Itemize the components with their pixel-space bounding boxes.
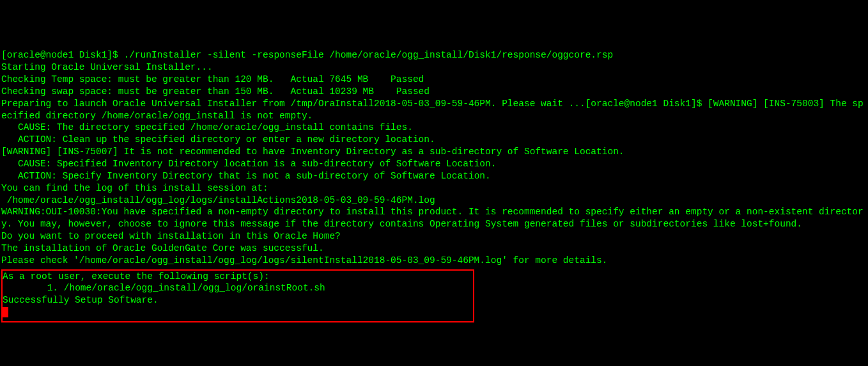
terminal-cursor [3,307,8,317]
output-line: ACTION: Clean up the specified directory… [1,134,867,146]
shell-prompt: [oracle@node1 Disk1]$ [1,50,123,60]
highlighted-section: As a root user, execute the following sc… [1,269,474,322]
command-line: [oracle@node1 Disk1]$ ./runInstaller -si… [1,49,867,61]
output-line: [WARNING] [INS-75007] It is not recommen… [1,146,867,158]
output-line: Checking swap space: must be greater tha… [1,86,867,98]
output-line: Checking Temp space: must be greater tha… [1,74,867,86]
terminal-output[interactable]: [oracle@node1 Disk1]$ ./runInstaller -si… [1,49,867,322]
output-line: Starting Oracle Universal Installer... [1,61,867,74]
output-line: ACTION: Specify Inventory Directory that… [1,170,867,182]
output-line: CAUSE: Specified Inventory Directory loc… [1,158,867,170]
output-line: 1. /home/oracle/ogg_install/ogg_log/orai… [3,282,470,294]
command-text: ./runInstaller -silent -responseFile /ho… [123,50,613,60]
output-line: CAUSE: The directory specified /home/ora… [1,122,867,134]
output-line: WARNING:OUI-10030:You have specified a n… [1,206,867,230]
output-line: /home/oracle/ogg_install/ogg_log/logs/in… [1,195,867,207]
output-line: Please check '/home/oracle/ogg_install/o… [1,255,867,267]
output-line: You can find the log of this install ses… [1,182,867,195]
output-line: Successfully Setup Software. [3,294,470,306]
output-line: Preparing to launch Oracle Universal Ins… [1,98,867,122]
output-line: As a root user, execute the following sc… [3,271,470,283]
output-line: The installation of Oracle GoldenGate Co… [1,243,867,255]
output-line: Do you want to proceed with installation… [1,230,867,243]
